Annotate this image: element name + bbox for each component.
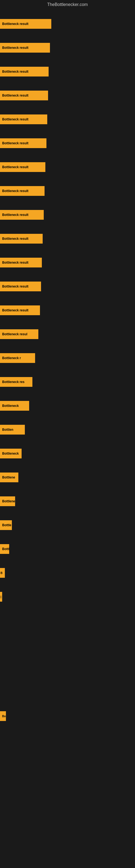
bar-row: Bottleneck result [0,131,135,155]
bar-row [0,776,135,800]
bottleneck-bar[interactable]: Bottleneck r [0,353,35,363]
bottleneck-bar[interactable]: Bottleneck result [0,67,49,76]
bar-row [0,752,135,776]
bar-row: Bottleneck [0,537,135,561]
bar-row [0,609,135,632]
bar-row: Bottleneck result [0,299,135,322]
bar-row [0,728,135,752]
bottleneck-bar[interactable]: Bottleneck result [0,19,51,29]
bottleneck-bar[interactable]: Bottleneck result [0,162,45,172]
title-text: TheBottlenecker.com [47,2,88,7]
bottleneck-bar[interactable]: Bottleneck result [0,234,43,244]
bar-row [0,632,135,656]
bar-row: Bottleneck result [0,227,135,251]
bottleneck-bar[interactable]: Bottleneck result [0,305,40,315]
bar-row [0,680,135,704]
bar-row [0,847,135,868]
bottleneck-bar[interactable]: Bottleneck r [0,496,15,506]
bottleneck-bar[interactable]: Bottleneck result [0,91,48,100]
bar-row: Bottleneck result [0,60,135,84]
bar-row: Bottleneck r [0,346,135,370]
bottleneck-bar[interactable]: Bottleneck result [0,138,46,148]
bar-row: Bottlen [0,418,135,442]
bar-row: Bottle [0,513,135,537]
bottleneck-bar[interactable]: Bottlen [0,425,25,435]
bottleneck-bar[interactable]: Bottlene [0,472,18,482]
bar-row [0,656,135,680]
bottleneck-bar[interactable]: Bottleneck [0,544,9,554]
bar-row: Bottleneck result [0,36,135,60]
bar-row: | [0,585,135,609]
bar-row: Bottleneck result [0,251,135,275]
bar-row: Bottleneck result [0,203,135,227]
bar-row: Bottleneck result [0,12,135,36]
bottleneck-bar[interactable]: Bottleneck res [0,377,32,387]
bar-row: Bottleneck resul [0,322,135,346]
bar-row: Bottleneck result [0,84,135,107]
bars-container: Bottleneck resultBottleneck resultBottle… [0,9,135,868]
bar-row [0,800,135,824]
bar-row [0,824,135,847]
bar-row: Bottleneck [0,394,135,418]
bottleneck-bar[interactable]: Bottleneck [0,401,29,411]
bottleneck-bar[interactable]: Bottleneck result [0,210,44,220]
site-title: TheBottlenecker.com [0,0,135,9]
bar-row: B [0,561,135,585]
bottleneck-bar[interactable]: Bottleneck result [0,186,45,196]
bottleneck-bar[interactable]: Bottleneck result [0,43,50,53]
bar-row: Bottlene [0,465,135,489]
bottleneck-bar[interactable]: | [0,592,2,601]
bottleneck-bar[interactable]: Bottleneck result [0,115,47,124]
bottleneck-bar[interactable]: Bottleneck resul [0,329,38,339]
bottleneck-bar[interactable]: Bo [0,711,6,721]
bottleneck-bar[interactable]: Bottleneck result [0,282,41,291]
bottleneck-bar[interactable]: B [0,568,5,578]
bar-row: Bo [0,704,135,728]
bar-row: Bottleneck [0,442,135,465]
bar-row: Bottleneck result [0,275,135,299]
bar-row: Bottleneck r [0,489,135,513]
bar-row: Bottleneck result [0,155,135,179]
bottleneck-bar[interactable]: Bottle [0,520,12,530]
bar-row: Bottleneck res [0,370,135,394]
bar-row: Bottleneck result [0,179,135,203]
bottleneck-bar[interactable]: Bottleneck [0,448,21,458]
bottleneck-bar[interactable]: Bottleneck result [0,258,42,268]
bar-row: Bottleneck result [0,107,135,131]
